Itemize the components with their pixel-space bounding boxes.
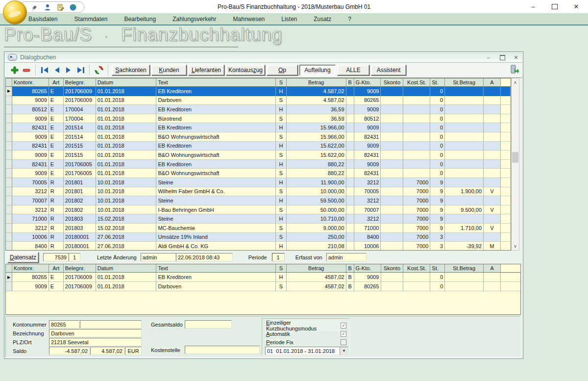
column-header-datum[interactable]: Datum [96, 78, 157, 87]
bezeichnung-field[interactable]: Darboven [49, 329, 142, 337]
saldo-field-2[interactable]: 4.587,02 [90, 347, 124, 355]
column-header-art[interactable]: Art [49, 78, 64, 87]
exit-icon[interactable] [510, 64, 519, 74]
last-change-date-field[interactable]: 22.06.2018 08:43 [176, 253, 233, 261]
delete-record-icon[interactable] [21, 64, 32, 76]
table-row[interactable]: 3212R20180315.02.2018MC-BauchemieS9.000,… [6, 224, 511, 233]
menu-item-basisdaten[interactable]: Basisdaten [28, 16, 57, 23]
table-row[interactable]: 9009E20170600501.01.2018B&O Wohnungswirt… [6, 169, 511, 178]
dialog-minimize-button[interactable]: – [484, 54, 493, 61]
column-header-kontonr[interactable]: Kontonr. [12, 78, 49, 87]
kontonummer-field[interactable]: 80265 [49, 320, 79, 329]
next-record-icon[interactable] [63, 64, 74, 76]
toolbar-button-kunden[interactable]: Kunden [151, 65, 187, 76]
column-header-s[interactable]: S [276, 78, 287, 87]
column-header-kostst[interactable]: Kost.St. [403, 264, 430, 273]
column-header-datum[interactable]: Datum [96, 264, 157, 273]
column-header-art[interactable]: Art [49, 264, 64, 273]
table-row[interactable]: 9009E20151401.01.2018B&O Wohnungswirtsch… [6, 132, 511, 142]
previous-record-icon[interactable] [51, 64, 63, 76]
table-row[interactable]: 9009E20170600901.01.2018DarbovenS4.587,0… [6, 96, 511, 105]
table-row[interactable]: 82431E20151501.01.2018EB KreditorenH15.6… [6, 142, 511, 151]
table-row[interactable]: 82431E20170600501.01.2018EB KreditorenH8… [6, 160, 511, 169]
menu-item-zahlungsverkehr[interactable]: Zahlungsverkehr [172, 16, 216, 23]
kostenstelle-field[interactable] [185, 346, 260, 354]
menu-item-zusatz[interactable]: Zusatz [314, 16, 331, 23]
maximize-button[interactable] [544, 0, 565, 13]
column-header-gkto[interactable]: G-Kto. [354, 264, 381, 273]
column-header-stbetrag[interactable]: St.Betrag [445, 78, 484, 87]
column-header-gkto[interactable]: G-Kto. [354, 78, 381, 87]
column-header-b[interactable]: B [346, 78, 354, 87]
scroll-up-icon[interactable]: ∧ [512, 78, 519, 86]
toolbar-button-assistent[interactable]: Assistent [371, 65, 406, 76]
periode-field[interactable]: 1 [272, 253, 285, 261]
column-header-s[interactable]: S [276, 264, 287, 273]
chevron-down-icon[interactable]: ▼ [340, 347, 348, 355]
column-header-text[interactable]: Text [156, 264, 276, 273]
user-icon[interactable] [44, 3, 51, 11]
record-number-field[interactable]: 7539 [43, 253, 69, 261]
table-row[interactable]: 8400R2018000127.06.2018Aldi GmbH & Co. K… [6, 242, 511, 251]
toolbar-button-alle[interactable]: ALLE [337, 65, 369, 76]
scrollbar-thumb[interactable] [512, 152, 518, 163]
last-record-icon[interactable] [74, 64, 86, 76]
gesamtsaldo-field[interactable] [185, 320, 232, 329]
column-header-betrag[interactable]: Betrag [287, 78, 346, 87]
table-row[interactable]: 82431E20151401.01.2018EB KreditorenH15.9… [6, 123, 511, 132]
minimize-button[interactable]: – [522, 0, 544, 13]
menu-item-bearbeitung[interactable]: Bearbeitung [124, 16, 156, 23]
periode-select[interactable]: 01 01.01.2018 - 31.01.2018 ▼ [265, 347, 348, 355]
plz-ort-field[interactable]: 21218 Seevetal [49, 338, 142, 346]
dialog-titlebar[interactable]: Dialogbuchen – ✕ [5, 52, 522, 63]
menu-item-mahnwesen[interactable]: Mahnwesen [233, 16, 265, 23]
toolbar-button-aufteilung[interactable]: Aufteilung [299, 65, 336, 76]
toolbar-button-kontoauszug[interactable]: Kontoauszug [226, 65, 265, 76]
toolbar-button-op[interactable]: Op [267, 65, 298, 76]
toolbar-button-sachkonten[interactable]: Sachkonten [112, 65, 150, 76]
column-header-betrag[interactable]: Betrag [287, 264, 346, 273]
saldo-field-1[interactable]: -4.587,02 [49, 347, 90, 355]
table-row[interactable]: 80512E17000401.01.2018EB KreditorenH36,5… [6, 105, 511, 114]
stamp-icon[interactable] [31, 3, 39, 11]
record-sub-field[interactable]: 1 [69, 253, 80, 261]
table-row[interactable]: 70005R20180110.01.2018SteineH11.900,0032… [6, 178, 511, 187]
checkbox-checked[interactable]: ✓ [341, 323, 346, 329]
kontonummer-field2[interactable] [80, 320, 142, 329]
column-header-belegnr[interactable]: Belegnr. [64, 264, 96, 273]
column-header-kostst[interactable]: Kost.St. [403, 78, 430, 87]
datensatz-button[interactable]: Datensatz [7, 252, 39, 263]
menu-item-stammdaten[interactable]: Stammdaten [74, 16, 107, 23]
scroll-down-icon[interactable]: ∨ [512, 242, 519, 250]
dialog-close-button[interactable]: ✕ [512, 54, 520, 61]
add-record-icon[interactable] [9, 64, 21, 76]
column-header-stbetrag[interactable]: St.Betrag [445, 264, 484, 273]
table-row[interactable]: 70007R20180210.01.2018SteineH59.500,0032… [6, 196, 511, 205]
globe-icon[interactable] [69, 3, 77, 11]
column-header-a[interactable]: A [484, 264, 501, 273]
refresh-icon[interactable] [93, 64, 105, 76]
column-header-st[interactable]: St. [430, 264, 445, 273]
menu-item-?[interactable]: ? [348, 16, 351, 23]
table-row[interactable]: ▶80265E20170600901.01.2018EB KreditorenH… [6, 87, 511, 96]
dialog-maximize-button[interactable] [498, 54, 507, 61]
table-row[interactable]: 3212R20180210.01.2018I-Bau Behringen Gmb… [6, 205, 511, 215]
table-row[interactable]: 9009E20151501.01.2018B&O Wohnungswirtsch… [6, 151, 511, 160]
erfasst-von-field[interactable]: admin [326, 253, 367, 261]
menu-item-listen[interactable]: Listen [281, 16, 297, 23]
table-row[interactable]: 9009E17000401.01.2018BürotrendS36,598051… [6, 114, 511, 124]
column-header-st[interactable]: St. [430, 78, 445, 87]
column-header-text[interactable]: Text [156, 78, 276, 87]
checkbox-unchecked[interactable] [341, 339, 346, 345]
column-header-belegnr[interactable]: Belegnr. [64, 78, 96, 87]
close-button[interactable]: ✕ [565, 0, 587, 13]
column-header-skonto[interactable]: Skonto [381, 78, 403, 87]
notepad-edit-icon[interactable] [56, 3, 64, 11]
first-record-icon[interactable] [39, 64, 51, 76]
toolbar-button-lieferanten[interactable]: Lieferanten [188, 65, 224, 76]
table-row[interactable]: 71000R20180315.02.2018SteineH10.710,0032… [6, 214, 511, 224]
last-change-user-field[interactable]: admin [141, 253, 176, 261]
table-row[interactable]: 9009E20170600901.01.2018DarbovenS4587,02… [6, 282, 520, 291]
table-row[interactable]: 3212R20180110.01.2018Wilhelm Faber GmbH … [6, 187, 511, 197]
column-header-b[interactable]: B [346, 264, 354, 273]
